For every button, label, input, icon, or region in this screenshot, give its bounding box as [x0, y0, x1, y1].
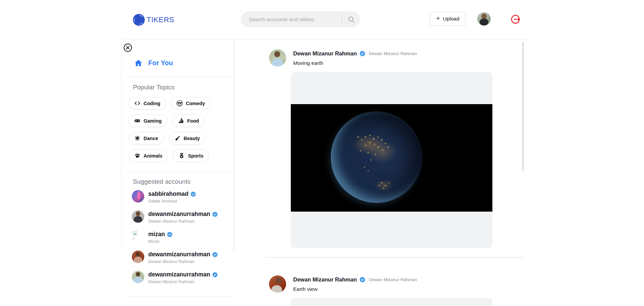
brand-name: TIKERS: [147, 15, 174, 24]
sidebar-divider: [127, 296, 232, 297]
comedy-icon: [176, 100, 183, 106]
video-frame: [291, 104, 492, 212]
food-icon: [178, 118, 184, 124]
topic-list: Coding Comedy Gaming Food: [128, 97, 212, 162]
account-display-name: Sabbir Ahomad: [148, 199, 196, 204]
suggested-accounts-list: sabbirahomad Sabbir Ahomad dewanmizanurr…: [132, 190, 229, 287]
post-author-name[interactable]: Dewan Mizanur Rahman: [293, 276, 357, 283]
close-sidebar-button[interactable]: [123, 43, 132, 52]
account-username: dewanmizanurrahman: [148, 271, 210, 278]
sidebar: For You Popular Topics Coding Comedy Gam…: [121, 40, 234, 306]
post-caption: Earth view: [293, 286, 524, 292]
post-author-avatar[interactable]: [269, 275, 286, 293]
topic-label: Beauty: [184, 136, 200, 141]
topic-label: Animals: [144, 153, 162, 159]
post-author-name[interactable]: Dewan Mizanur Rahman: [293, 50, 357, 57]
post-author-username: Dewan Mizanur Rahman: [369, 51, 417, 56]
search-input[interactable]: [241, 16, 342, 23]
dance-icon: [134, 135, 141, 141]
account-username: mizan: [148, 231, 165, 238]
topic-label: Dance: [144, 136, 158, 141]
search-icon[interactable]: [342, 11, 360, 27]
plus-icon: +: [436, 15, 440, 22]
sidebar-divider: [127, 77, 232, 77]
post: Dewan Mizanur Rahman Dewan Mizanur Rahma…: [265, 49, 524, 258]
topic-chip[interactable]: Beauty: [169, 132, 206, 144]
topic-chip[interactable]: Sports: [173, 149, 209, 162]
beauty-icon: [174, 135, 181, 141]
account-username: sabbirahomad: [148, 190, 189, 198]
animals-icon: [134, 152, 141, 159]
account-display-name: Dewan Mizanur Rahman: [148, 259, 218, 264]
account-avatar: [132, 251, 144, 263]
video-player[interactable]: [291, 298, 492, 306]
search-bar: [241, 11, 360, 27]
popular-topics-title: Popular Topics: [133, 84, 174, 91]
topic-label: Food: [187, 118, 199, 124]
for-you-label: For You: [148, 59, 173, 67]
suggested-accounts-title: Suggested accounts: [133, 178, 191, 185]
topic-label: Comedy: [186, 101, 205, 106]
video-player[interactable]: [291, 72, 492, 248]
earth-image: [331, 112, 422, 203]
verified-badge-icon: [360, 51, 365, 56]
sidebar-divider: [127, 172, 232, 172]
suggested-account-row[interactable]: dewanmizanurrahman Dewan Mizanur Rahman: [132, 210, 229, 226]
suggested-account-row[interactable]: sabbirahomad Sabbir Ahomad: [132, 190, 229, 206]
feed: Dewan Mizanur Rahman Dewan Mizanur Rahma…: [265, 49, 524, 306]
topic-chip[interactable]: Comedy: [171, 97, 211, 110]
tikers-logo-icon: [133, 14, 145, 26]
account-avatar: [132, 190, 144, 203]
verified-badge-icon: [212, 212, 218, 217]
sidebar-item-for-you[interactable]: For You: [134, 59, 173, 67]
verified-badge-icon: [167, 232, 172, 237]
profile-avatar[interactable]: [477, 12, 491, 26]
topic-chip[interactable]: Coding: [128, 97, 166, 110]
account-display-name: Mizan: [148, 239, 172, 244]
code-icon: [134, 100, 141, 106]
topic-label: Coding: [144, 101, 160, 106]
topic-chip[interactable]: Animals: [128, 149, 168, 162]
topic-label: Sports: [188, 153, 203, 159]
logout-button[interactable]: [510, 14, 521, 25]
account-avatar: [132, 271, 144, 283]
home-icon: [134, 59, 143, 67]
post: Dewan Mizanur Rahman Dewan Mizanur Rahma…: [265, 275, 524, 306]
logout-icon: [510, 20, 521, 26]
broken-image-icon: [132, 230, 144, 243]
post-caption: Moving earth: [293, 60, 524, 66]
topic-chip[interactable]: Dance: [128, 132, 164, 144]
account-username: dewanmizanurrahman: [148, 251, 210, 258]
post-author-username: Dewan Mizanur Rahman: [369, 277, 417, 282]
topic-chip[interactable]: Gaming: [128, 115, 167, 127]
verified-badge-icon: [360, 277, 365, 282]
suggested-account-row[interactable]: dewanmizanurrahman Dewan Mizanur Rahman: [132, 251, 229, 266]
account-display-name: Dewan Mizanur Rahman: [148, 279, 218, 284]
suggested-account-row[interactable]: mizan Mizan: [132, 230, 229, 246]
app: TIKERS + Upload For You Popular Topics C…: [0, 0, 644, 306]
gaming-icon: [134, 118, 141, 124]
verified-badge-icon: [212, 252, 218, 257]
verified-badge-icon: [212, 272, 218, 277]
account-display-name: Dewan Mizanur Rahman: [148, 219, 218, 224]
account-username: dewanmizanurrahman: [148, 211, 210, 218]
post-author-avatar[interactable]: [269, 49, 286, 67]
topic-chip[interactable]: Food: [172, 115, 205, 127]
post-divider: [265, 257, 524, 258]
sports-icon: [178, 152, 185, 159]
brand-logo[interactable]: TIKERS: [133, 14, 174, 26]
suggested-account-row[interactable]: dewanmizanurrahman Dewan Mizanur Rahman: [132, 271, 229, 287]
verified-badge-icon: [191, 191, 196, 197]
upload-button[interactable]: + Upload: [430, 12, 466, 26]
account-avatar: [132, 210, 144, 223]
close-icon: [123, 48, 132, 53]
topic-label: Gaming: [144, 118, 162, 124]
upload-label: Upload: [443, 16, 459, 22]
